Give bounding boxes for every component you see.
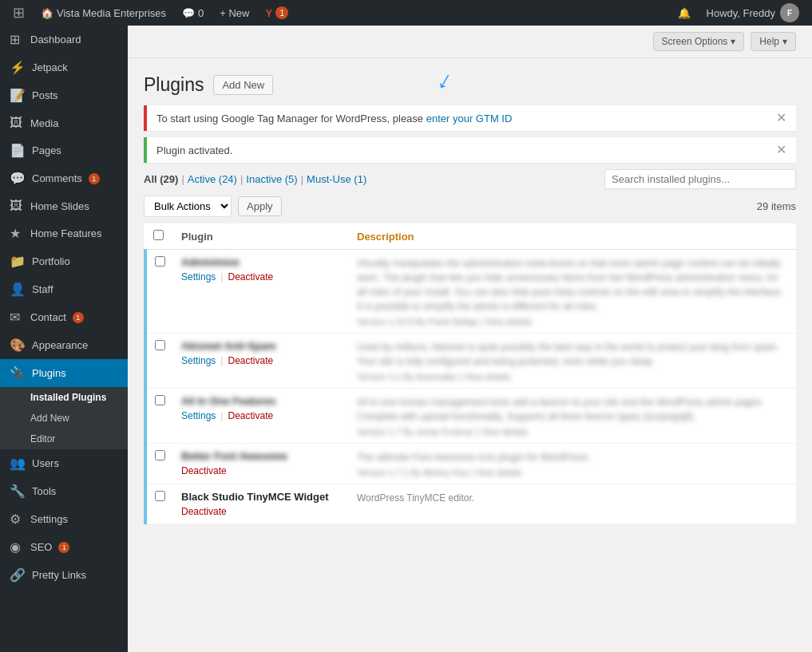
plugins-table: Plugin Description AdminimizeSettings|De…: [144, 223, 796, 524]
filter-all[interactable]: All (29): [144, 173, 178, 185]
sidebar: ⊞ Dashboard ⚡ Jetpack 📝 Posts 🖼 Media 📄 …: [0, 26, 128, 652]
plugin-action-deactivate[interactable]: Deactivate: [181, 506, 227, 517]
plugin-action-settings[interactable]: Settings: [181, 410, 216, 421]
seo-icon: ◉: [10, 539, 24, 555]
submenu-installed-plugins[interactable]: Installed Plugins: [0, 387, 128, 408]
plugin-checkbox-better-font[interactable]: [155, 450, 165, 460]
plugin-actions: Settings|Deactivate: [181, 410, 341, 421]
plugin-checkbox-black-studio[interactable]: [155, 491, 165, 501]
sidebar-item-posts[interactable]: 📝 Posts: [0, 81, 128, 109]
filter-active[interactable]: Active (24): [188, 173, 237, 185]
yoast-badge: 1: [275, 6, 288, 19]
users-icon: 👥: [10, 456, 26, 471]
help-chevron: ▾: [782, 36, 787, 47]
filter-inactive[interactable]: Inactive (5): [246, 173, 297, 185]
sidebar-item-home-features[interactable]: ★ Home Features: [0, 219, 128, 247]
plugins-icon: 🔌: [10, 366, 26, 381]
plugin-description-cell: All in one human management tools add a …: [349, 389, 796, 444]
sidebar-item-plugins[interactable]: 🔌 Plugins ◀: [0, 359, 128, 387]
plugin-action-settings[interactable]: Settings: [181, 355, 216, 366]
plugin-description: The ultimate Font Awesome icon plugin fo…: [357, 450, 788, 464]
sidebar-item-tools[interactable]: 🔧 Tools: [0, 477, 128, 505]
sidebar-item-dashboard[interactable]: ⊞ Dashboard: [0, 26, 128, 53]
sidebar-item-home-slides[interactable]: 🖼 Home Slides: [0, 192, 128, 219]
comments-menu-icon: 💬: [10, 171, 26, 186]
plugin-name-cell: Black Studio TinyMCE WidgetDeactivate: [173, 484, 349, 524]
sidebar-item-pretty-links[interactable]: 🔗 Pretty Links: [0, 561, 128, 589]
plugin-checkbox-adminimize[interactable]: [155, 256, 165, 267]
sidebar-item-label: Pages: [32, 144, 61, 156]
adminbar-howdy[interactable]: Howdy, Freddy F: [700, 3, 806, 22]
home-slides-icon: 🖼: [10, 199, 24, 213]
sidebar-item-users[interactable]: 👥 Users: [0, 449, 128, 477]
avatar: F: [780, 3, 799, 22]
adminbar-yoast[interactable]: Y 1: [259, 0, 295, 26]
sidebar-item-contact[interactable]: ✉ Contact 1: [0, 303, 128, 331]
sidebar-item-label: Staff: [32, 283, 53, 295]
table-header-row: Plugin Description: [145, 223, 796, 250]
bulk-actions-select[interactable]: Bulk Actions: [144, 196, 232, 217]
plugin-action-deactivate[interactable]: Deactivate: [228, 410, 273, 421]
howdy-label: Howdy, Freddy: [707, 7, 775, 19]
screen-options-button[interactable]: Screen Options ▾: [653, 32, 745, 51]
comments-icon: 💬: [182, 7, 195, 19]
filter-links: All (29) | Active (24) | Inactive (5) |: [144, 173, 366, 185]
sidebar-item-portfolio[interactable]: 📁 Portfolio: [0, 247, 128, 275]
plugin-name: Better Font Awesome: [181, 450, 341, 462]
plugin-action-deactivate[interactable]: Deactivate: [228, 355, 273, 366]
staff-icon: 👤: [10, 282, 26, 297]
sidebar-item-settings[interactable]: ⚙ Settings: [0, 505, 128, 533]
plugin-checkbox-all-in-one[interactable]: [155, 395, 165, 405]
submenu-editor[interactable]: Editor: [0, 429, 128, 449]
page-title-row: Plugins Add New: [144, 74, 796, 96]
sidebar-item-label: SEO: [30, 541, 52, 553]
screen-options-bar: Screen Options ▾ Help ▾: [128, 26, 812, 58]
add-new-button[interactable]: Add New: [213, 75, 273, 95]
sidebar-item-label: Posts: [32, 89, 58, 101]
new-label: + New: [220, 7, 249, 19]
plugin-meta: Version 1.7.1 By Mickey Kay | View detai…: [357, 468, 788, 477]
plugin-action-settings[interactable]: Settings: [181, 271, 216, 283]
notice-success: Plugin activated. ✕: [144, 137, 796, 163]
plugin-name-cell: Better Font AwesomeDeactivate: [173, 444, 349, 484]
sidebar-item-pages[interactable]: 📄 Pages: [0, 136, 128, 164]
sidebar-item-jetpack[interactable]: ⚡ Jetpack: [0, 53, 128, 81]
help-button[interactable]: Help ▾: [751, 32, 796, 51]
tools-icon: 🔧: [10, 484, 26, 499]
adminbar-site-name[interactable]: 🏠 Vista Media Enterprises: [34, 0, 172, 26]
sidebar-item-seo[interactable]: ◉ SEO 1: [0, 533, 128, 561]
submenu-add-new[interactable]: Add New: [0, 408, 128, 429]
plugin-checkbox-akismet[interactable]: [155, 340, 165, 350]
sidebar-item-label: Home Slides: [30, 200, 89, 212]
filter-must-use[interactable]: Must-Use (1): [307, 173, 366, 185]
sidebar-item-media[interactable]: 🖼 Media: [0, 109, 128, 136]
notice-error: To start using Google Tag Manager for Wo…: [144, 105, 796, 131]
sidebar-item-staff[interactable]: 👤 Staff: [0, 275, 128, 303]
plugin-description: WordPress TinyMCE editor.: [357, 491, 788, 505]
description-column-header: Description: [349, 223, 796, 250]
table-row: Black Studio TinyMCE WidgetDeactivateWor…: [145, 484, 796, 524]
sidebar-item-appearance[interactable]: 🎨 Appearance: [0, 331, 128, 359]
sidebar-item-label: Dashboard: [30, 34, 81, 45]
search-plugins-input[interactable]: [604, 169, 796, 189]
notice-error-dismiss[interactable]: ✕: [776, 112, 786, 124]
adminbar-right: 🔔 Howdy, Freddy F: [671, 0, 806, 26]
plugin-action-deactivate[interactable]: Deactivate: [181, 465, 227, 476]
gtm-link[interactable]: enter your GTM ID: [426, 113, 513, 124]
plugin-meta: Version 1.10.8 By Frank Bültge | View de…: [357, 317, 788, 326]
wp-logo[interactable]: ⊞: [6, 4, 31, 22]
adminbar-notifications[interactable]: 🔔: [671, 0, 697, 26]
notice-success-dismiss[interactable]: ✕: [776, 144, 786, 156]
sidebar-item-comments[interactable]: 💬 Comments 1: [0, 164, 128, 192]
adminbar-comments[interactable]: 💬 0: [176, 0, 210, 26]
plugin-description: Visually manipulates the administration …: [357, 256, 788, 314]
sidebar-item-label: Jetpack: [32, 61, 68, 73]
admin-bar: ⊞ 🏠 Vista Media Enterprises 💬 0 + New Y …: [0, 0, 812, 26]
sidebar-item-label: Pretty Links: [32, 569, 86, 581]
adminbar-new[interactable]: + New: [213, 0, 255, 26]
plugin-action-deactivate[interactable]: Deactivate: [228, 271, 273, 283]
apply-button-top[interactable]: Apply: [238, 196, 282, 216]
comments-badge: 1: [89, 173, 100, 184]
select-all-checkbox[interactable]: [153, 230, 164, 240]
sidebar-item-label: Portfolio: [32, 255, 70, 267]
